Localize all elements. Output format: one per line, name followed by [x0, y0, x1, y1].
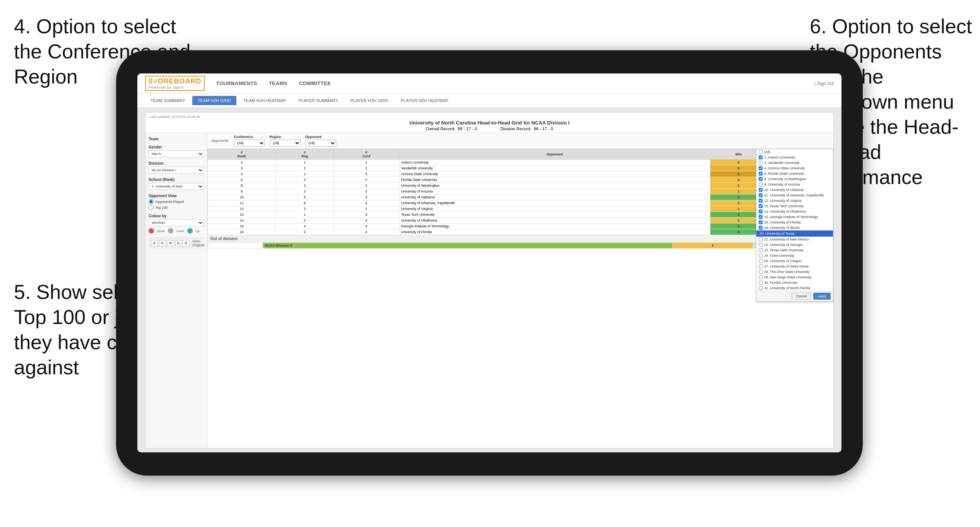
dropdown-item[interactable]: 12. University of Virginia: [756, 198, 833, 203]
nav-committee[interactable]: COMMITTEE: [299, 80, 331, 86]
sub-nav: TEAM SUMMARY TEAM H2H GRID TEAM H2H HEAT…: [137, 94, 841, 108]
division-section: Division NCAA Division I: [149, 161, 204, 174]
dropdown-item[interactable]: 9. University of Arizona: [756, 182, 833, 187]
table-row: 10 5 3 University of Alabama 3 0: [208, 194, 833, 200]
clock-button[interactable]: ⏱: [182, 240, 190, 246]
dropdown-item[interactable]: 28. The Ohio State University: [756, 269, 833, 275]
refresh-button[interactable]: ⟳: [167, 240, 174, 246]
tab-h2h-heatmap[interactable]: TEAM H2H HEATMAP: [238, 96, 292, 105]
dropdown-item[interactable]: 13. Texas Tech University: [756, 203, 833, 209]
cancel-button[interactable]: Cancel: [792, 293, 811, 300]
table-row: 15 4 5 Georgia Institute of Technology 5…: [208, 223, 833, 229]
tablet-screen: S≡OREBOARD Powered by Sport TOURNAMENTS …: [137, 73, 841, 452]
ncaa-div2-table: NCAA Division II 1 0: [207, 242, 833, 249]
dropdown-item[interactable]: 20. University of Texas: [756, 230, 833, 237]
opponents-label: Opponents:: [211, 139, 229, 143]
color-legend: Down Level Up: [149, 228, 204, 234]
region-select[interactable]: (All): [270, 140, 301, 147]
table-head: #Rank #Rag #Conf Opponent Win Loss: [208, 149, 833, 160]
dropdown-item[interactable]: 11. University of Arkansas, Fayetteville: [756, 193, 833, 198]
col-rag: #Rag: [276, 149, 334, 160]
opponent-dropdown: (All)2. Auburn University3. Vanderbilt U…: [756, 149, 833, 302]
dropdown-item[interactable]: 31. University of North Florida: [756, 285, 833, 291]
dropdown-item[interactable]: 23. Texas A&M University: [756, 247, 833, 253]
logo: S≡OREBOARD Powered by Sport: [145, 76, 205, 91]
dropdown-item[interactable]: 14. University of Oklahoma: [756, 209, 833, 214]
undo-button[interactable]: ↺: [151, 240, 158, 246]
dropdown-item[interactable]: 6. Florida State University: [756, 171, 833, 176]
app-header: S≡OREBOARD Powered by Sport TOURNAMENTS …: [137, 73, 841, 94]
dropdown-item[interactable]: 25. University of Oregon: [756, 258, 833, 264]
team-section: Team: [149, 137, 204, 141]
region-filter: Region (All): [270, 135, 301, 147]
nav-tournaments[interactable]: TOURNAMENTS: [216, 80, 257, 86]
dropdown-item[interactable]: 27. University of Notre Dame: [756, 264, 833, 269]
sign-out[interactable]: | Sign out: [814, 81, 834, 86]
filters-row: Opponents: Conference (All) Region (: [207, 133, 833, 149]
school-section: School (Rank) 1. University of Nort...: [149, 177, 204, 190]
out-of-division-label: Out of division: [207, 235, 833, 242]
dropdown-item[interactable]: 22. University of Georgia: [756, 242, 833, 247]
table-row: 9 3 2 University of Arizona 1 0: [208, 189, 833, 194]
tab-h2h-grid[interactable]: TEAM H2H GRID: [192, 96, 236, 105]
redo-button[interactable]: ↻: [159, 240, 166, 246]
table-row: 2 1 1 Auburn University 2 1: [208, 160, 833, 165]
top100-radio[interactable]: Top 100: [149, 205, 204, 210]
dropdown-item[interactable]: 16. University of Florida: [756, 220, 833, 225]
division-select[interactable]: NCAA Division I: [149, 167, 204, 174]
dropdown-item[interactable]: 18. University of Illinois: [756, 225, 833, 230]
tab-player-h2h-grid[interactable]: PLAYER H2H GRID: [345, 96, 394, 105]
dropdown-item[interactable]: 3. Vanderbilt University: [756, 160, 833, 165]
opponent-select[interactable]: (All): [305, 140, 336, 147]
conference-select[interactable]: (All): [234, 140, 265, 147]
dropdown-item[interactable]: 15. Georgia Institute of Technology: [756, 214, 833, 220]
col-conf: #Conf: [334, 149, 399, 160]
tab-player-h2h-heatmap[interactable]: PLAYER H2H HEATMAP: [395, 96, 454, 105]
tab-player-summary[interactable]: PLAYER SUMMARY: [293, 96, 344, 105]
down-label: Down: [157, 229, 165, 233]
logo-subtext: Powered by Sport: [148, 85, 202, 89]
opponents-played-radio[interactable]: Opponents Played: [149, 199, 204, 204]
dropdown-item[interactable]: 30. Purdue University: [756, 280, 833, 285]
h2h-table: #Rank #Rag #Conf Opponent Win Loss: [207, 149, 833, 235]
table-row: 13 1 3 Texas Tech University 3 0: [208, 212, 833, 218]
panel-records: Overall Record: 89 - 17 - 0 Division Rec…: [149, 126, 829, 131]
copy-button[interactable]: ⎘: [175, 240, 181, 246]
panel-body: Team Gender Men's Division NCAA Division…: [145, 133, 833, 448]
opponent-filter: Opponent (All): [305, 135, 336, 147]
ncaa-div2-row: NCAA Division II 1 0: [208, 243, 833, 249]
dropdown-item[interactable]: (All): [756, 149, 833, 155]
last-updated: Last Updated: 4/7/2024 16:55:38: [149, 115, 829, 119]
tab-team-summary[interactable]: TEAM SUMMARY: [145, 96, 191, 105]
nav-items: TOURNAMENTS TEAMS COMMITTEE: [216, 80, 814, 86]
col-opponent: Opponent: [399, 149, 710, 160]
dropdown-item[interactable]: 8. University of Washington: [756, 176, 833, 182]
dropdown-item[interactable]: 21. University of New Mexico: [756, 237, 833, 242]
overall-record: Overall Record: 89 - 17 - 0: [426, 126, 477, 131]
left-sidebar: Team Gender Men's Division NCAA Division…: [145, 133, 207, 448]
table-row: 12 3 2 University of Virginia 1 1: [208, 206, 833, 212]
dropdown-item[interactable]: 29. San Diego State University: [756, 275, 833, 280]
gender-section: Gender Men's: [149, 145, 204, 157]
dropdown-item[interactable]: 4. Arizona State University: [756, 165, 833, 171]
level-label: Level: [176, 229, 184, 233]
colour-by-select[interactable]: Win/loss: [149, 219, 204, 226]
logo-text: S≡OREBOARD: [148, 77, 202, 85]
up-label: Up: [196, 229, 200, 233]
right-content: Opponents: Conference (All) Region (: [207, 133, 833, 448]
dropdown-item[interactable]: 10. University of Alabama: [756, 187, 833, 193]
table-container: #Rank #Rag #Conf Opponent Win Loss: [207, 149, 833, 448]
level-dot: [168, 228, 173, 234]
gender-select[interactable]: Men's: [149, 150, 204, 157]
nav-teams[interactable]: TEAMS: [269, 80, 287, 86]
apply-button[interactable]: Apply: [813, 293, 831, 300]
table-row: 4 1 3 Arizona State University 5 1: [208, 171, 833, 177]
table-row: 16 2 2 University of Florida 5 1: [208, 229, 833, 235]
dropdown-item[interactable]: 24. Duke University: [756, 253, 833, 258]
panel-title: University of North Carolina Head-to-Hea…: [149, 120, 829, 126]
dropdown-item[interactable]: 2. Auburn University: [756, 155, 833, 160]
cancel-apply-bar: Cancel Apply: [756, 291, 833, 301]
opponent-view-section: Opponent View Opponents Played Top 100: [149, 194, 204, 210]
school-select[interactable]: 1. University of Nort...: [149, 183, 204, 190]
table-header-row: #Rank #Rag #Conf Opponent Win Loss: [208, 149, 833, 160]
